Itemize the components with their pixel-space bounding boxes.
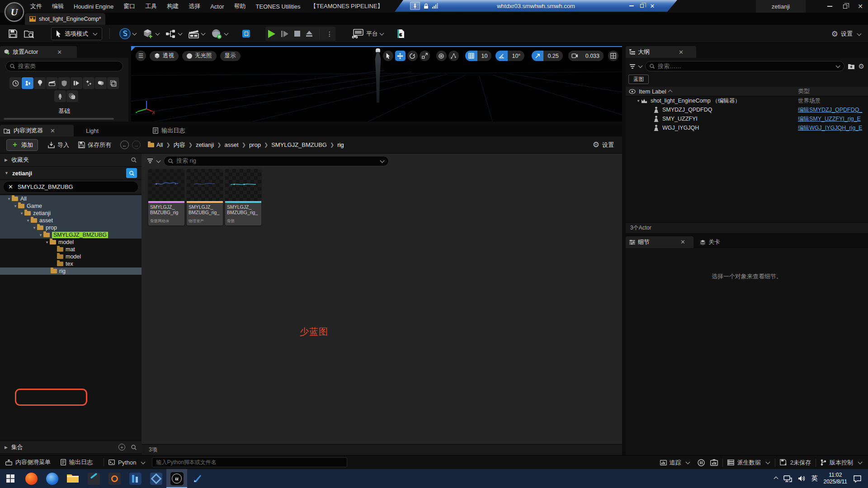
taskbar-app-blue-2[interactable] [146, 469, 166, 488]
taskbar-app-orange[interactable] [21, 469, 42, 488]
menu-window[interactable]: 窗口 [118, 0, 140, 13]
frame-skip-button[interactable] [281, 31, 288, 37]
rdp-close-button[interactable]: ✕ [649, 3, 656, 9]
horizontal-scrollbar[interactable] [4, 118, 114, 120]
media-category-icon[interactable] [71, 77, 82, 89]
tab-shot-light-enginecomp[interactable]: shot_light_EngineComp* [25, 13, 105, 25]
snapshot-icon[interactable] [710, 459, 718, 466]
python-console-dropdown[interactable]: Python [108, 459, 146, 466]
breadcrumb-smylgjz-bmzubg[interactable]: SMYLGJZ_BMZUBG [271, 141, 327, 148]
search-icon[interactable] [131, 157, 137, 163]
pause-status-icon[interactable] [698, 459, 705, 466]
menu-tools[interactable]: 工具 [140, 0, 162, 13]
breadcrumb-asset[interactable]: asset [225, 141, 239, 148]
gear-icon[interactable]: ⚙ [859, 62, 864, 70]
project-row[interactable]: ▼ zetianji [0, 167, 142, 180]
rotate-tool-icon[interactable] [407, 51, 418, 61]
world-gizmo-icon[interactable] [436, 51, 447, 61]
input-language-indicator[interactable]: 英 [811, 474, 818, 483]
asset-card-physics-asset[interactable]: SMYLGJZ_BMZUBG_rig_ 物理资产 [187, 169, 223, 225]
unsaved-button[interactable]: 2未保存 [780, 459, 811, 467]
view-mode-dropdown[interactable]: 无光照 [182, 51, 217, 61]
geometry-category-icon[interactable] [95, 77, 107, 89]
blue-window-icon[interactable] [242, 30, 250, 38]
vfx-category-icon[interactable] [83, 77, 94, 89]
chevron-down-icon[interactable] [156, 158, 161, 163]
tree-item-model2[interactable]: model [0, 253, 142, 260]
taskbar-app-browser[interactable] [42, 469, 62, 488]
platforms-dropdown[interactable]: 平台 [352, 29, 384, 39]
notification-center-icon[interactable] [853, 475, 862, 483]
tree-filter-input[interactable]: ✕ SMYLGJZ_BMZUBG [4, 182, 138, 192]
perspective-dropdown[interactable]: 透视 [150, 51, 179, 61]
add-actor-dropdown[interactable] [142, 28, 160, 39]
scale-snap-control[interactable]: 0.25 [532, 51, 562, 61]
menu-file[interactable]: 文件 [25, 0, 47, 13]
tab-place-actor[interactable]: 放置Actor ✕ [0, 46, 77, 58]
back-button[interactable]: ← [120, 141, 129, 149]
menu-teamones-pipeline[interactable]: 【TEAMONES PIPELINE】 [306, 0, 388, 13]
content-drawer-button[interactable]: 内容侧滑菜单 [5, 458, 51, 466]
tree-item-mat[interactable]: mat [0, 246, 142, 253]
select-mode-dropdown[interactable]: 选项模式 [51, 27, 102, 40]
show-dropdown[interactable]: 显示 [220, 51, 241, 61]
save-all-button[interactable]: 保存所有 [78, 141, 111, 149]
insights-trace-dropdown[interactable]: 追踪 [660, 459, 690, 467]
lights-category-icon[interactable] [34, 77, 46, 89]
outliner-row-actor[interactable]: SMY_UZZFYI 编辑SMY_UZZFYI_rig_E [626, 114, 868, 123]
edit-actor-link[interactable]: 编辑WGJ_IYGJQH_rig_E [798, 124, 868, 132]
edit-actor-link[interactable]: 编辑SMY_UZZFYI_rig_E [798, 115, 868, 123]
shapes-category-icon[interactable] [66, 90, 78, 102]
add-button[interactable]: ＋ 添加 [6, 139, 38, 151]
taskbar-clock[interactable]: 11:02 2025/8/11 [824, 472, 848, 485]
output-log-button[interactable]: 输出日志 [61, 458, 93, 466]
basic-category-icon[interactable] [22, 77, 33, 89]
cinematic-category-icon[interactable] [46, 77, 58, 89]
content-settings-dropdown[interactable]: ⚙ 设置 [593, 140, 614, 150]
python-command-input[interactable]: 输入Python脚本或文件名 [152, 457, 347, 467]
restore-button[interactable] [837, 0, 853, 13]
asset-card-skeleton[interactable]: SMYLGJZ_BMZUBG_rig_ 骨骼 [225, 169, 261, 225]
grid-snap-control[interactable]: 10 [465, 51, 492, 61]
tree-item-rig[interactable]: rig [0, 267, 142, 275]
menu-houdini-engine[interactable]: Houdini Engine [69, 0, 118, 13]
close-icon[interactable]: ✕ [679, 49, 684, 56]
rotation-snap-control[interactable]: 10° [495, 51, 524, 61]
project-launcher-icon[interactable] [397, 29, 405, 38]
close-button[interactable]: ✕ [853, 0, 868, 13]
settings-dropdown[interactable]: ⚙ 设置 [831, 25, 862, 43]
menu-select[interactable]: 选择 [184, 0, 205, 13]
rdp-minimize-button[interactable] [628, 3, 635, 9]
outliner-row-actor[interactable]: SMYDZJ_QPDFDQ 编辑SMYDZJ_QPDFDQ_ [626, 105, 868, 114]
taskbar-app-blue-1[interactable] [125, 469, 146, 488]
menu-build[interactable]: 构建 [162, 0, 184, 13]
chevron-down-icon[interactable] [638, 64, 643, 68]
close-icon[interactable]: ✕ [57, 49, 62, 56]
foliage-category-icon[interactable] [54, 90, 66, 102]
tree-item-smylgjz-bmzubg[interactable]: ▼SMYLGJZ_BMZUBG [0, 231, 142, 239]
windows-start-button[interactable] [0, 469, 21, 488]
column-item-label[interactable]: Item Label [639, 88, 666, 95]
stop-button[interactable] [294, 31, 300, 37]
tab-content-browser[interactable]: 内容浏览器 ✕ [0, 125, 74, 136]
viewport-menu-icon[interactable]: ☰ [136, 51, 146, 61]
tree-item-tex[interactable]: tex [0, 260, 142, 267]
outliner-row-actor[interactable]: WGJ_IYGJQH 编辑WGJ_IYGJQH_rig_E [626, 123, 868, 132]
rdp-restore-button[interactable] [639, 3, 645, 9]
select-tool-icon[interactable] [383, 51, 393, 61]
taskbar-app-dark-1[interactable] [83, 469, 104, 488]
search-toggle-button[interactable] [126, 168, 137, 178]
volumes-category-icon[interactable] [58, 77, 70, 89]
tree-item-game[interactable]: ▼Game [0, 202, 142, 210]
quad-view-icon[interactable] [608, 51, 618, 61]
snap-gizmo-icon[interactable] [448, 51, 459, 61]
network-icon[interactable] [783, 475, 792, 482]
close-icon[interactable]: ✕ [50, 127, 55, 134]
collections-row[interactable]: ▶ 集合 + [0, 441, 142, 454]
taskbar-unreal-engine[interactable]: u [166, 469, 187, 488]
add-folder-icon[interactable] [848, 63, 855, 70]
breadcrumb-zetianji[interactable]: zetianji [196, 141, 214, 148]
browse-content-icon[interactable] [24, 29, 35, 38]
revision-control-dropdown[interactable]: 版本控制 [821, 459, 863, 467]
tab-outliner[interactable]: 大纲 ✕ [626, 46, 696, 58]
